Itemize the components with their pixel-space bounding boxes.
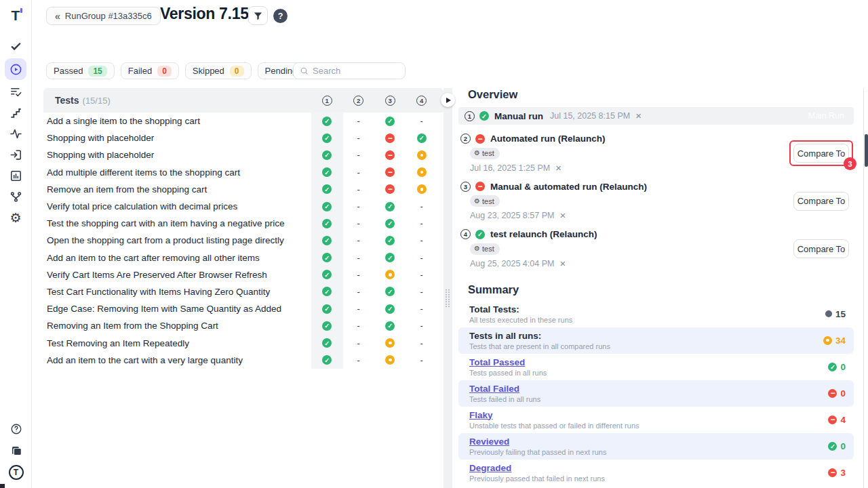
panel-collapse-button[interactable] [441,93,455,107]
compare-to-button[interactable]: Compare To [793,192,849,211]
sidebar-item-help[interactable] [5,422,27,436]
filter-chip-skipped[interactable]: Skipped0 [185,62,252,79]
status-passed-icon: ✓ [322,150,332,160]
test-status-cell: ✓ [311,249,343,266]
scrollbar-thumb[interactable] [865,134,868,167]
status-passed-icon: ✓ [322,219,332,228]
test-status-cell: ✓ [374,283,406,300]
test-name: Shopping with placeholder [47,133,154,143]
status-none-icon: - [417,236,427,245]
search-box [293,62,406,79]
filter-button[interactable] [248,6,268,25]
summary-link[interactable]: Total Failed [469,384,540,394]
sidebar-item-import[interactable] [5,144,26,165]
status-none-icon: - [417,202,427,211]
status-passed-icon: ✓ [322,117,332,126]
test-status-cell: - [406,249,438,266]
table-row[interactable]: Add an item to the cart after removing a… [43,249,443,266]
test-status-cell: - [406,113,438,129]
run-tag[interactable]: ⚙test [470,243,500,255]
table-row[interactable]: Open the shopping cart from a product li… [43,232,443,249]
summary-value: ✓0 [828,441,846,451]
sidebar-item-list-check[interactable] [5,81,26,102]
table-row[interactable]: Add an item to the cart with a very larg… [43,352,443,369]
run-column-header-2[interactable]: 2 [343,88,375,113]
test-status-cell: - [406,215,438,232]
overview-runs: 1✓Manual runJul 15, 2025 8:15 PM×Main Ru… [458,107,854,268]
run-column-header-3[interactable]: 3 [374,88,406,113]
test-status-cell: ✓ [406,129,438,146]
run-column-header-1[interactable]: 1 [311,88,343,113]
status-skipped-icon [417,167,427,177]
close-icon[interactable]: × [559,211,566,220]
search-input[interactable] [313,66,394,76]
close-icon[interactable]: × [635,111,642,121]
table-row[interactable]: Removing an Item from the Shopping Cart✓… [43,317,443,334]
panel-divider[interactable] [443,88,452,488]
test-name: Open the shopping cart from a product li… [47,235,284,245]
table-row[interactable]: Test Cart Functionality with Items Havin… [43,283,443,300]
status-none-icon: - [417,321,427,331]
table-row[interactable]: Shopping with placeholder✓-−✓ [43,129,443,146]
summary-link[interactable]: Flaky [469,410,639,420]
sidebar-item-check[interactable] [5,36,26,57]
overview-run: 3−Manual & automated run (Relaunch)⚙test… [458,182,854,221]
table-row[interactable]: Add a single item to the shopping cart✓-… [43,113,443,129]
panel-drag-handle[interactable] [445,289,450,308]
table-row[interactable]: Remove an item from the shopping cart✓-− [43,181,443,198]
test-name: Test Cart Functionality with Items Havin… [47,287,270,297]
sidebar-item-branch[interactable] [5,186,26,207]
test-status-cell: ✓ [311,215,343,232]
table-row[interactable]: Edge Case: Removing Item with Same Quant… [43,300,443,317]
filter-chip-passed[interactable]: Passed15 [46,62,115,79]
table-row[interactable]: Test the shopping cart with an item havi… [43,215,443,232]
run-date: Jul 15, 2025 8:15 PM [550,111,630,121]
status-passed-icon: ✓ [322,304,332,314]
summary-value: −4 [828,415,846,425]
test-status-cell [374,334,406,351]
app-logo[interactable]: T [12,7,20,24]
sidebar-item-brand[interactable]: T [5,465,27,480]
table-row[interactable]: Add multiple different items to the shop… [43,164,443,181]
table-row[interactable]: Verify Cart Items Are Preserved After Br… [43,266,443,283]
overview-main-run[interactable]: 1✓Manual runJul 15, 2025 8:15 PM×Main Ru… [458,107,854,125]
filter-chip-failed[interactable]: Failed0 [121,62,179,79]
compare-to-button[interactable]: Compare To [793,239,849,258]
test-status-cell: - [343,113,375,129]
rungroup-back-button[interactable]: « RunGroup #13a335c6 [46,7,161,25]
run-column-header-4[interactable]: 4 [406,88,438,113]
gear-icon: ⚙ [9,211,21,225]
sidebar-item-play-circle[interactable] [5,58,26,80]
test-status-cell: - [406,352,438,369]
filter-chip-count: 0 [230,66,244,77]
search-icon [300,66,309,75]
help-button[interactable]: ? [273,9,288,23]
app-logo-letter: T [12,7,20,23]
run-name: test relaunch (Relaunch) [490,229,597,239]
status-none-icon: - [354,321,363,331]
close-icon[interactable]: × [555,163,561,173]
test-status-cell [374,266,406,283]
summary-row-text: Tests in all runs:Tests that are present… [469,331,610,350]
compare-to-button[interactable]: Compare To [793,144,849,163]
test-status-cell: - [343,300,375,317]
status-passed-icon: ✓ [385,117,395,126]
close-icon[interactable]: × [559,259,566,268]
run-tag[interactable]: ⚙test [470,148,500,159]
sidebar-item-pulse[interactable] [5,123,26,144]
status-passed-icon: ✓ [322,253,332,262]
run-tag[interactable]: ⚙test [470,195,500,207]
status-passed-icon: ✓ [385,202,395,211]
sidebar-item-gear[interactable]: ⚙ [5,207,26,228]
status-none-icon: - [354,150,363,160]
summary-link[interactable]: Degraded [469,463,605,473]
sidebar-item-chart[interactable] [5,165,26,186]
run-name: Manual run [494,111,543,121]
table-row[interactable]: Shopping with placeholder✓-− [43,146,443,163]
summary-link[interactable]: Total Passed [469,357,547,367]
sidebar-item-stairs[interactable] [5,102,26,123]
table-row[interactable]: Verify total price calculation with deci… [43,198,443,215]
sidebar-item-docs[interactable] [5,443,27,458]
summary-link[interactable]: Revieved [469,436,606,447]
table-row[interactable]: Test Removing an Item Repeatedly✓-- [43,334,443,351]
